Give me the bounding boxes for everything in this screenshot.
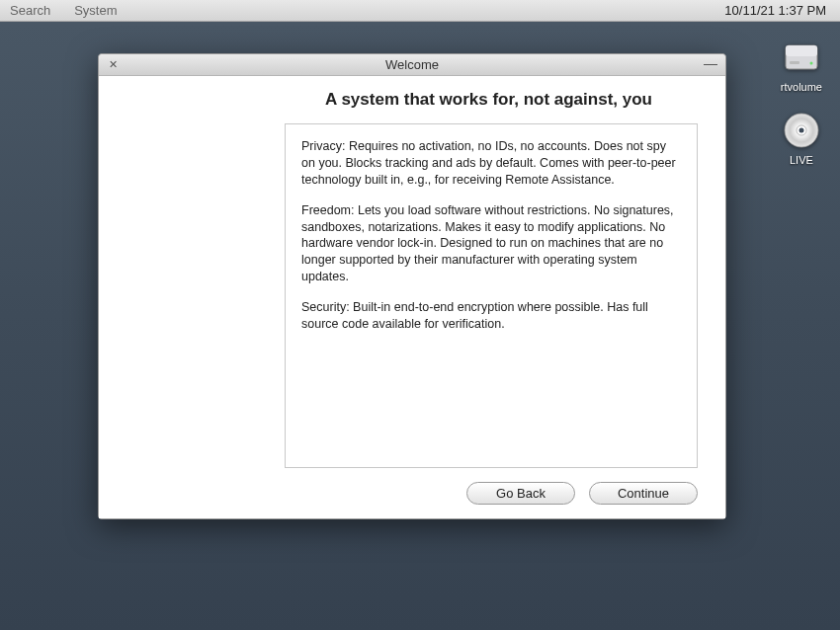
go-back-button[interactable]: Go Back xyxy=(466,482,575,505)
desktop-disk-label: rtvolume xyxy=(781,81,822,93)
left-spacer xyxy=(126,123,285,468)
page-heading: A system that works for, not against, yo… xyxy=(280,90,698,110)
window-title: Welcome xyxy=(99,57,725,72)
svg-point-6 xyxy=(798,128,803,133)
window-body: A system that works for, not against, yo… xyxy=(99,76,725,518)
menubar-datetime: 10/11/21 1:37 PM xyxy=(724,3,826,18)
harddrive-icon xyxy=(782,38,821,77)
minimize-icon[interactable]: — xyxy=(704,58,715,70)
content-box: Privacy: Requires no activation, no IDs,… xyxy=(285,123,698,468)
desktop-live-label: LIVE xyxy=(790,154,813,166)
button-row: Go Back Continue xyxy=(126,468,698,505)
close-icon[interactable]: ✕ xyxy=(107,58,119,70)
content-row: Privacy: Requires no activation, no IDs,… xyxy=(126,123,698,468)
menu-system[interactable]: System xyxy=(74,3,117,18)
desktop-live-icon[interactable]: LIVE xyxy=(782,111,821,166)
titlebar[interactable]: ✕ Welcome — xyxy=(99,54,725,76)
menu-search[interactable]: Search xyxy=(10,3,50,18)
continue-button[interactable]: Continue xyxy=(589,482,698,505)
svg-rect-1 xyxy=(786,45,817,56)
desktop-icons: rtvolume LIVE xyxy=(781,38,822,166)
menubar: Search System 10/11/21 1:37 PM xyxy=(0,0,840,22)
cd-icon xyxy=(782,111,821,150)
desktop-disk-icon[interactable]: rtvolume xyxy=(781,38,822,93)
svg-point-2 xyxy=(809,62,812,65)
paragraph-freedom: Freedom: Lets you load software without … xyxy=(301,202,681,285)
paragraph-security: Security: Built-in end-to-end encryption… xyxy=(301,299,681,333)
paragraph-privacy: Privacy: Requires no activation, no IDs,… xyxy=(301,138,681,189)
welcome-window: ✕ Welcome — A system that works for, not… xyxy=(98,53,726,519)
svg-rect-3 xyxy=(790,61,799,64)
